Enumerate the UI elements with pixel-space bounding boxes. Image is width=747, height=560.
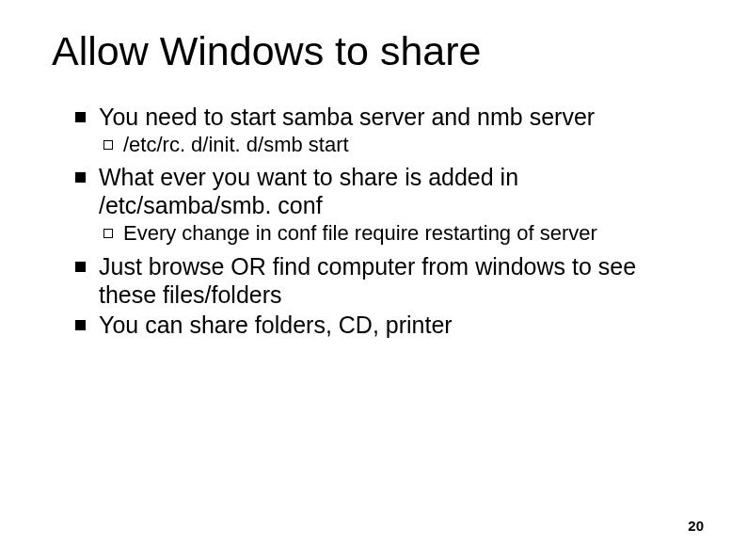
hollow-square-bullet-icon — [103, 140, 113, 150]
square-bullet-icon — [75, 112, 86, 122]
sub-bullet-item: Every change in conf file require restar… — [75, 221, 695, 246]
bullet-item: You can share folders, CD, printer — [75, 311, 695, 339]
sub-bullet-text: Every change in conf file require restar… — [123, 221, 597, 246]
slide-content: You need to start samba server and nmb s… — [52, 103, 695, 339]
sub-bullet-item: /etc/rc. d/init. d/smb start — [75, 133, 695, 157]
hollow-square-bullet-icon — [103, 229, 113, 238]
page-number: 20 — [688, 518, 704, 534]
square-bullet-icon — [75, 262, 86, 272]
bullet-text: You can share folders, CD, printer — [99, 311, 453, 339]
bullet-text: What ever you want to share is added in … — [99, 163, 695, 219]
bullet-item: What ever you want to share is added in … — [75, 163, 695, 219]
slide-title: Allow Windows to share — [52, 28, 695, 74]
square-bullet-icon — [75, 320, 86, 330]
bullet-text: Just browse OR find computer from window… — [99, 252, 695, 309]
square-bullet-icon — [75, 172, 86, 183]
sub-bullet-text: /etc/rc. d/init. d/smb start — [123, 133, 349, 157]
bullet-item: Just browse OR find computer from window… — [75, 252, 695, 309]
bullet-text: You need to start samba server and nmb s… — [99, 103, 595, 131]
bullet-item: You need to start samba server and nmb s… — [75, 103, 695, 131]
